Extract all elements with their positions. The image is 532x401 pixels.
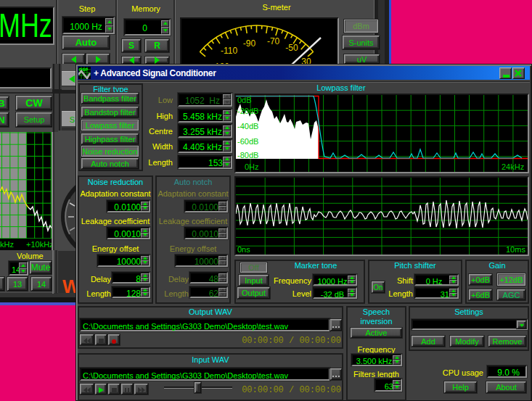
svg-text:-60dB: -60dB [237,137,258,146]
svg-text:0dB: 0dB [237,96,252,104]
svg-text:0ns: 0ns [237,245,250,254]
svg-text:10ms: 10ms [506,245,525,254]
svg-text:+10kHz: +10kHz [26,240,52,249]
svg-text:-110: -110 [221,46,237,56]
svg-text:-90: -90 [243,38,256,49]
svg-text:-50: -50 [285,43,298,53]
svg-text:-40dB: -40dB [237,122,258,131]
svg-text:-70: -70 [267,36,280,46]
svg-text:0Hz: 0Hz [245,162,259,171]
svg-text:-20dB: -20dB [237,107,258,115]
svg-text:-80dB: -80dB [237,151,258,160]
svg-text:24kHz: 24kHz [502,162,524,171]
svg-text:kHz: kHz [0,240,14,249]
